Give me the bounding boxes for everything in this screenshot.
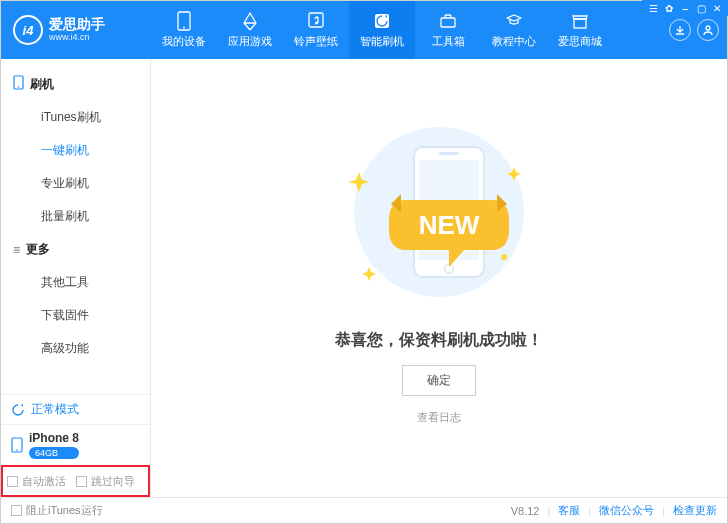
sidebar: 刷机 iTunes刷机 一键刷机 专业刷机 批量刷机 ≡ 更多 其他工具 下载固… xyxy=(1,59,151,497)
more-icon: ≡ xyxy=(13,243,20,257)
ribbon-text: NEW xyxy=(419,210,480,240)
sidebar-group-more[interactable]: ≡ 更多 xyxy=(1,233,150,266)
view-log-link[interactable]: 查看日志 xyxy=(417,410,461,425)
store-icon xyxy=(571,11,589,31)
chk-label: 阻止iTunes运行 xyxy=(26,503,103,518)
svg-marker-15 xyxy=(362,267,376,281)
apps-icon xyxy=(241,11,259,31)
tab-store[interactable]: 爱思商城 xyxy=(547,1,613,59)
device-storage: 64GB xyxy=(29,447,79,459)
tab-label: 工具箱 xyxy=(432,34,465,49)
svg-point-16 xyxy=(501,254,507,260)
brand: i4 爱思助手 www.i4.cn xyxy=(1,15,151,45)
wechat-link[interactable]: 微信公众号 xyxy=(599,503,654,518)
svg-point-11 xyxy=(16,449,18,451)
music-icon xyxy=(307,11,325,31)
phone-icon xyxy=(11,437,23,453)
sidebar-item-firmware[interactable]: 下载固件 xyxy=(1,299,150,332)
brand-name: 爱思助手 xyxy=(49,17,105,32)
svg-point-9 xyxy=(18,86,20,88)
chk-label: 跳过向导 xyxy=(91,474,135,489)
skin-icon[interactable]: ✿ xyxy=(662,2,676,14)
svg-point-1 xyxy=(183,27,185,29)
refresh-icon xyxy=(11,403,25,417)
tab-flash[interactable]: 智能刷机 xyxy=(349,1,415,59)
minimize-button[interactable]: ‒ xyxy=(678,2,692,14)
user-button[interactable] xyxy=(697,19,719,41)
sidebar-item-pro[interactable]: 专业刷机 xyxy=(1,167,150,200)
sidebar-item-itunes[interactable]: iTunes刷机 xyxy=(1,101,150,134)
sidebar-item-oneclick[interactable]: 一键刷机 xyxy=(1,134,150,167)
device-name: iPhone 8 xyxy=(29,431,79,445)
sidebar-options: 自动激活 跳过向导 xyxy=(1,465,150,497)
sidebar-item-batch[interactable]: 批量刷机 xyxy=(1,200,150,233)
sidebar-group-flash[interactable]: 刷机 xyxy=(1,67,150,101)
svg-point-3 xyxy=(315,22,318,25)
svg-rect-2 xyxy=(309,13,323,27)
menu-icon[interactable]: ☰ xyxy=(646,2,660,14)
group-title: 刷机 xyxy=(30,76,54,93)
device-icon xyxy=(175,11,193,31)
brand-sub: www.i4.cn xyxy=(49,33,105,43)
update-link[interactable]: 检查更新 xyxy=(673,503,717,518)
tab-my-device[interactable]: 我的设备 xyxy=(151,1,217,59)
ok-button[interactable]: 确定 xyxy=(402,365,476,396)
chk-label: 自动激活 xyxy=(22,474,66,489)
tab-ringtones[interactable]: 铃声壁纸 xyxy=(283,1,349,59)
svg-rect-6 xyxy=(574,19,586,28)
tab-label: 我的设备 xyxy=(162,34,206,49)
main-panel: NEW 恭喜您，保资料刷机成功啦！ 确定 查看日志 xyxy=(151,59,727,497)
window-controls: ☰ ✿ ‒ ▢ ✕ xyxy=(642,0,728,16)
tab-tutorials[interactable]: 教程中心 xyxy=(481,1,547,59)
device-mode[interactable]: 正常模式 xyxy=(1,394,150,424)
block-itunes-checkbox[interactable]: 阻止iTunes运行 xyxy=(11,503,103,518)
success-message: 恭喜您，保资料刷机成功啦！ xyxy=(335,330,543,351)
header-right xyxy=(669,19,727,41)
flash-icon xyxy=(373,11,391,31)
tab-toolbox[interactable]: 工具箱 xyxy=(415,1,481,59)
device-info[interactable]: iPhone 8 64GB xyxy=(1,424,150,465)
skip-guide-checkbox[interactable]: 跳过向导 xyxy=(76,474,135,489)
download-icon xyxy=(674,24,686,36)
tab-apps[interactable]: 应用游戏 xyxy=(217,1,283,59)
success-illustration: NEW xyxy=(329,112,549,312)
phone-icon xyxy=(13,75,24,93)
group-title: 更多 xyxy=(26,241,50,258)
close-button[interactable]: ✕ xyxy=(710,2,724,14)
body: 刷机 iTunes刷机 一键刷机 专业刷机 批量刷机 ≡ 更多 其他工具 下载固… xyxy=(1,59,727,497)
tutorial-icon xyxy=(505,11,523,31)
version-label: V8.12 xyxy=(511,505,540,517)
mode-label: 正常模式 xyxy=(31,401,79,418)
sidebar-item-othertools[interactable]: 其他工具 xyxy=(1,266,150,299)
tab-label: 爱思商城 xyxy=(558,34,602,49)
sidebar-item-advanced[interactable]: 高级功能 xyxy=(1,332,150,365)
header: i4 爱思助手 www.i4.cn 我的设备 应用游戏 铃声壁纸 智能刷机 工具… xyxy=(1,1,727,59)
svg-point-7 xyxy=(706,26,710,30)
toolbox-icon xyxy=(439,11,457,31)
brand-logo-icon: i4 xyxy=(13,15,43,45)
maximize-button[interactable]: ▢ xyxy=(694,2,708,14)
tab-label: 应用游戏 xyxy=(228,34,272,49)
tab-label: 教程中心 xyxy=(492,34,536,49)
tab-label: 铃声壁纸 xyxy=(294,34,338,49)
footer: 阻止iTunes运行 V8.12 | 客服 | 微信公众号 | 检查更新 xyxy=(1,497,727,523)
download-button[interactable] xyxy=(669,19,691,41)
nav-tabs: 我的设备 应用游戏 铃声壁纸 智能刷机 工具箱 教程中心 爱思商城 xyxy=(151,1,669,59)
svg-rect-20 xyxy=(439,152,459,155)
auto-activate-checkbox[interactable]: 自动激活 xyxy=(7,474,66,489)
user-icon xyxy=(702,24,714,36)
svg-rect-5 xyxy=(441,18,455,27)
tab-label: 智能刷机 xyxy=(360,34,404,49)
service-link[interactable]: 客服 xyxy=(558,503,580,518)
